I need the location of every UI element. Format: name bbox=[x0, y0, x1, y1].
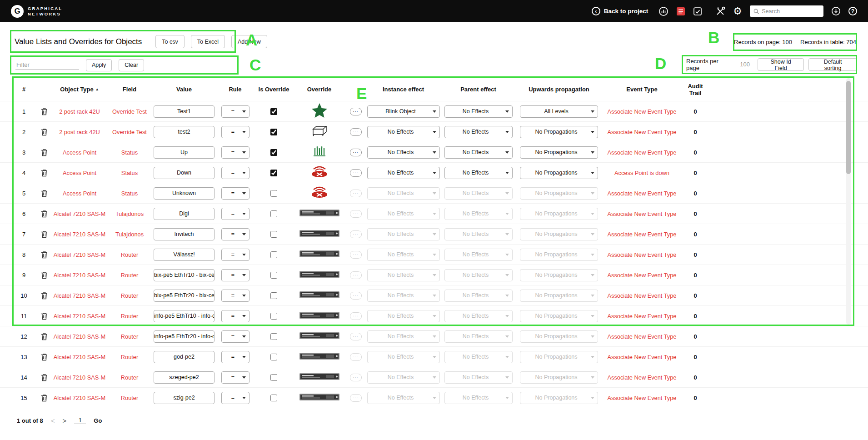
object-type-link[interactable]: Access Point bbox=[63, 170, 96, 176]
override-picker-button[interactable]: ... bbox=[350, 394, 362, 402]
help-button[interactable]: ? bbox=[848, 7, 857, 15]
override-icon-cell[interactable] bbox=[293, 270, 345, 280]
override-picker-button[interactable]: ... bbox=[350, 169, 362, 177]
apply-filter-button[interactable]: Apply bbox=[86, 59, 112, 71]
value-input[interactable] bbox=[154, 290, 215, 302]
object-type-link[interactable]: Alcatel 7210 SAS-M bbox=[54, 333, 106, 340]
header-event-type[interactable]: Event Type bbox=[602, 86, 682, 93]
rule-select[interactable]: = bbox=[221, 146, 249, 159]
rule-select[interactable]: = bbox=[221, 392, 249, 404]
override-icon-cell[interactable] bbox=[293, 352, 345, 362]
to-excel-button[interactable]: To Excel bbox=[191, 35, 225, 48]
header-rule[interactable]: Rule bbox=[216, 86, 254, 93]
object-type-link[interactable]: Alcatel 7210 SAS-M bbox=[54, 272, 106, 279]
instance-effect-select[interactable]: No Effects bbox=[367, 351, 440, 363]
table-scrollbar-track[interactable] bbox=[846, 78, 851, 325]
instance-effect-select[interactable]: No Effects bbox=[367, 126, 440, 138]
clear-filter-button[interactable]: Clear bbox=[119, 59, 144, 71]
field-link[interactable]: Override Test bbox=[112, 108, 147, 115]
override-picker-button[interactable]: ... bbox=[350, 312, 362, 320]
override-picker-button[interactable]: ... bbox=[350, 190, 362, 197]
event-type-link[interactable]: Access Point is down bbox=[614, 170, 669, 176]
delete-row-button[interactable] bbox=[40, 230, 49, 239]
delete-row-button[interactable] bbox=[40, 168, 49, 178]
instance-effect-select[interactable]: No Effects bbox=[367, 208, 440, 220]
event-type-link[interactable]: Associate New Event Type bbox=[608, 374, 677, 381]
event-type-link[interactable]: Associate New Event Type bbox=[608, 149, 677, 156]
parent-effect-select[interactable]: No Effects bbox=[444, 146, 513, 159]
show-id-field-button[interactable]: Show Id Field bbox=[758, 58, 804, 71]
rule-select[interactable]: = bbox=[221, 310, 249, 322]
object-type-link[interactable]: Alcatel 7210 SAS-M bbox=[54, 231, 106, 238]
delete-row-button[interactable] bbox=[40, 209, 49, 219]
upwards-propagation-select[interactable]: No Propagations bbox=[520, 228, 598, 240]
object-type-link[interactable]: Alcatel 7210 SAS-M bbox=[54, 395, 106, 401]
upwards-propagation-select[interactable]: No Propagations bbox=[520, 310, 598, 322]
object-type-link[interactable]: Access Point bbox=[63, 190, 96, 197]
parent-effect-select[interactable]: No Effects bbox=[444, 371, 513, 384]
field-link[interactable]: Tulajdonos bbox=[115, 210, 144, 217]
rule-select[interactable]: = bbox=[221, 290, 249, 302]
rule-select[interactable]: = bbox=[221, 228, 249, 240]
upwards-propagation-select[interactable]: No Propagations bbox=[520, 330, 598, 343]
header-object-type[interactable]: Object Type▲ bbox=[52, 86, 107, 93]
instance-effect-select[interactable]: No Effects bbox=[367, 371, 440, 384]
delete-row-button[interactable] bbox=[40, 270, 49, 280]
delete-row-button[interactable] bbox=[40, 373, 49, 382]
next-page-button[interactable]: > bbox=[63, 417, 67, 425]
event-type-link[interactable]: Associate New Event Type bbox=[608, 129, 677, 135]
parent-effect-select[interactable]: No Effects bbox=[444, 269, 513, 281]
event-type-link[interactable]: Associate New Event Type bbox=[608, 231, 677, 238]
override-icon-cell[interactable] bbox=[293, 393, 345, 403]
delete-row-button[interactable] bbox=[40, 107, 49, 116]
is-override-checkbox[interactable] bbox=[270, 272, 277, 279]
parent-effect-select[interactable]: No Effects bbox=[444, 351, 513, 363]
header-upwards-propagation[interactable]: Upwards propagation bbox=[516, 86, 602, 93]
delete-row-button[interactable] bbox=[40, 311, 49, 321]
is-override-checkbox[interactable] bbox=[270, 292, 277, 299]
is-override-checkbox[interactable] bbox=[270, 251, 277, 258]
override-icon-cell[interactable] bbox=[293, 165, 345, 180]
rule-select[interactable]: = bbox=[221, 208, 249, 220]
is-override-checkbox[interactable] bbox=[270, 354, 277, 360]
event-type-link[interactable]: Associate New Event Type bbox=[608, 108, 677, 115]
upwards-propagation-select[interactable]: No Propagations bbox=[520, 269, 598, 281]
default-sorting-button[interactable]: Default sorting bbox=[808, 58, 857, 71]
value-lists-button[interactable] bbox=[676, 7, 685, 16]
field-link[interactable]: Tulajdonos bbox=[115, 231, 144, 238]
delete-row-button[interactable] bbox=[40, 127, 49, 137]
instance-effect-select[interactable]: Blink Object bbox=[367, 105, 440, 118]
override-picker-button[interactable]: ... bbox=[350, 149, 362, 156]
parent-effect-select[interactable]: No Effects bbox=[444, 187, 513, 200]
override-icon-cell[interactable] bbox=[293, 250, 345, 260]
rule-select[interactable]: = bbox=[221, 167, 249, 179]
is-override-checkbox[interactable] bbox=[270, 231, 277, 238]
field-link[interactable]: Router bbox=[121, 272, 138, 279]
override-icon-cell[interactable] bbox=[293, 230, 345, 239]
value-input[interactable] bbox=[154, 228, 215, 240]
chart-button[interactable] bbox=[658, 6, 668, 16]
instance-effect-select[interactable]: No Effects bbox=[367, 330, 440, 343]
override-icon-cell[interactable] bbox=[293, 186, 345, 200]
rule-select[interactable]: = bbox=[221, 105, 249, 118]
value-input[interactable] bbox=[154, 371, 215, 384]
delete-row-button[interactable] bbox=[40, 352, 49, 362]
upwards-propagation-select[interactable]: No Propagations bbox=[520, 392, 598, 404]
rule-select[interactable]: = bbox=[221, 330, 249, 343]
object-type-link[interactable]: 2 post rack 42U bbox=[59, 129, 100, 135]
delete-row-button[interactable] bbox=[40, 189, 49, 198]
instance-effect-select[interactable]: No Effects bbox=[367, 392, 440, 404]
upwards-propagation-select[interactable]: No Propagations bbox=[520, 290, 598, 302]
is-override-checkbox[interactable] bbox=[270, 395, 277, 401]
value-input[interactable] bbox=[154, 105, 215, 118]
previous-page-button[interactable]: < bbox=[51, 417, 55, 425]
override-icon-cell[interactable] bbox=[293, 373, 345, 382]
value-input[interactable] bbox=[154, 146, 215, 159]
field-link[interactable]: Router bbox=[121, 354, 138, 360]
header-field[interactable]: Field bbox=[107, 86, 152, 93]
download-button[interactable] bbox=[831, 6, 841, 16]
event-type-link[interactable]: Associate New Event Type bbox=[608, 292, 677, 299]
parent-effect-select[interactable]: No Effects bbox=[444, 167, 513, 179]
value-input[interactable] bbox=[154, 392, 215, 404]
value-input[interactable] bbox=[154, 269, 215, 281]
